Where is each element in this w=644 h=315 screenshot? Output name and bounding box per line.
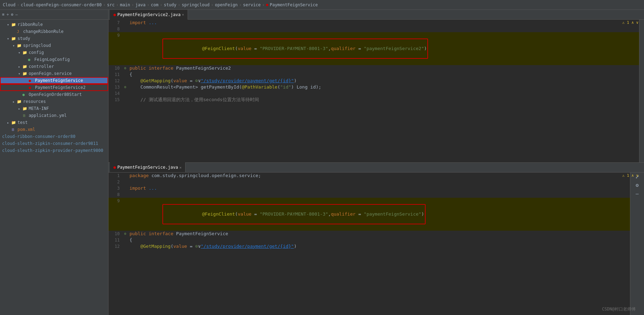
warning-indicator-top[interactable]: ⚠ 1 ∧ ∨ [622, 20, 638, 25]
code-line-1b: 1 package com.study.springcloud.openfeig… [108, 173, 644, 179]
code-line-12b: 12 @GetMapping(value = ⊙∨"/study/provide… [108, 243, 644, 250]
code-line-13a: 13 ⚙ CommonResult<Payment> getPaymentByI… [108, 84, 644, 90]
java-icon: J [17, 29, 22, 34]
sidebar: ≡ ÷ ⚙ — ▾ 📁 ribbonRule J changeRibbonRul… [0, 10, 108, 315]
breadcrumb-cloud[interactable]: Cloud [3, 2, 15, 7]
toolbar-icon-menu[interactable]: ≡ [2, 12, 5, 17]
watermark: CSDN@村口老师傅 [602, 306, 636, 312]
code-line-7: 7 import ... [108, 20, 644, 26]
code-line-14a: 14 [108, 90, 644, 97]
tree-item-pom[interactable]: 🗎 pom.xml [0, 126, 108, 133]
code-panel-top: ⚠ 1 ∧ ∨ 7 import ... 8 9 [108, 20, 644, 162]
project-ribbon[interactable]: cloud-ribbon-consumer-order80 [0, 133, 108, 140]
tree-item-resources[interactable]: ▸ 📁 resources [0, 98, 108, 105]
java-green-icon2: ● [22, 92, 28, 97]
folder-icon: 📁 [11, 22, 17, 27]
bc-com[interactable]: com [151, 2, 159, 7]
folder-icon: 📁 [22, 50, 28, 55]
tree-item-config[interactable]: ▾ 📁 config [0, 49, 108, 56]
editor-bottom: ● PaymentFeignService.java ✕ ⚠ 1 ∧ ∨ 1 p… [108, 163, 644, 315]
tree-item-META-INF[interactable]: ▸ 📁 META-INF [0, 105, 108, 112]
sep1: › [17, 2, 19, 7]
sidebar-content: ▾ 📁 ribbonRule J changeRibbonRule ▾ 📁 st… [0, 20, 108, 315]
tab-close-btn[interactable]: ✕ [182, 13, 184, 16]
code-line-8a: 8 [108, 26, 644, 32]
tree-item-controller[interactable]: ▸ 📁 controller [0, 63, 108, 70]
tab-PaymentFeignService[interactable]: ● PaymentFeignService.java ✕ [110, 162, 186, 172]
tree-item-PaymentFeignService[interactable]: ● PaymentFeignService [0, 77, 108, 84]
folder-icon: 📁 [11, 120, 17, 125]
xml-icon: 🗎 [11, 127, 17, 132]
tab-icon-red2: ● [113, 165, 116, 170]
tree-item-FeignLogConfig[interactable]: ● FeignLogConfig [0, 56, 108, 63]
tree-item-test[interactable]: ▸ 📁 test [0, 119, 108, 126]
toolbar-icon-settings[interactable]: ⚙ [11, 12, 13, 17]
right-icons-panel: ⤢ ⚙ — [630, 173, 644, 315]
tab-bar-bottom: ● PaymentFeignService.java ✕ [108, 163, 644, 173]
folder-icon: 📁 [17, 43, 22, 48]
project-sleuth-consumer[interactable]: cloud-sleuth-zipkin-consumer-order9811 [0, 140, 108, 147]
scrollbar-right-top[interactable] [639, 20, 644, 162]
tree-item-changeRibbonRule[interactable]: J changeRibbonRule [0, 28, 108, 35]
sep2: › [103, 2, 106, 7]
bc-service[interactable]: service [243, 2, 261, 7]
project-sleuth-provider[interactable]: cloud-sleuth-zipkin-provider-payment9800 [0, 147, 108, 154]
folder-icon: 📁 [22, 106, 28, 111]
tree-item-application-yml[interactable]: 🗎 application.yml [0, 112, 108, 119]
editor-area: ● PaymentFeignService2.java ✕ ⚠ 1 ∧ ∨ 7 … [108, 10, 644, 315]
toolbar-icon-split[interactable]: ÷ [7, 12, 9, 17]
code-line-8b: 8 [108, 191, 644, 198]
main-layout: ≡ ÷ ⚙ — ▾ 📁 ribbonRule J changeRibbonRul… [0, 10, 644, 315]
tree-item-study[interactable]: ▾ 📁 study [0, 35, 108, 42]
tree-item-openfeign-service[interactable]: ▾ 📁 openFeign.service [0, 70, 108, 77]
right-icon-minus[interactable]: — [636, 191, 638, 196]
code-line-11a: 11 { [108, 71, 644, 78]
bc-src[interactable]: src [107, 2, 115, 7]
tree-item-springcloud[interactable]: ▾ 📁 springcloud [0, 42, 108, 49]
bc-openfeign[interactable]: openFeign [215, 2, 238, 7]
code-panel-bottom: ⚠ 1 ∧ ∨ 1 package com.study.springcloud.… [108, 173, 644, 315]
tab-close-btn2[interactable]: ✕ [180, 166, 182, 169]
code-line-9b: 9 @FeignClient(value = "PROVIDER-PAYMENT… [108, 198, 644, 231]
right-icon-settings[interactable]: ⚙ [636, 182, 638, 188]
code-line-12a: 12 @GetMapping(value = ⊙∨"/study/provide… [108, 78, 644, 84]
tree-item-ribbonRule[interactable]: ▾ 📁 ribbonRule [0, 21, 108, 28]
folder-icon: 📁 [22, 71, 28, 76]
tree-item-OpenFeignOrder80Start[interactable]: ● OpenFeignOrder80Start [0, 91, 108, 98]
bc-springcloud[interactable]: springcloud [182, 2, 209, 7]
java-green-icon: ● [28, 57, 34, 62]
code-line-15a: 15 // 测试通用回退的方法，使用seconds位置方法等待时间 [108, 97, 644, 103]
bc-main[interactable]: main [120, 2, 130, 7]
bc-study[interactable]: study [164, 2, 176, 7]
code-line-2b: 2 [108, 179, 644, 185]
java-red-icon2: ● [29, 85, 34, 90]
tree-item-PaymentFeignService2[interactable]: ● PaymentFeignService2 [0, 84, 108, 91]
yml-icon: 🗎 [22, 113, 28, 118]
folder-icon: 📁 [22, 64, 28, 69]
code-line-11b: 11 { [108, 237, 644, 243]
bc-class[interactable]: PaymentFeignService [270, 2, 318, 7]
code-line-10b: 10 ⚙ public interface PaymentFeignServic… [108, 231, 644, 237]
folder-icon: 📁 [17, 99, 22, 104]
breadcrumb-project[interactable]: cloud-openFeign-consumer-order80 [21, 2, 102, 7]
tab-icon-red: ● [113, 12, 116, 17]
editor-top: ● PaymentFeignService2.java ✕ ⚠ 1 ∧ ∨ 7 … [108, 10, 644, 163]
code-line-10a: 10 ⚙ public interface PaymentFeignServic… [108, 65, 644, 71]
warning-indicator-bottom[interactable]: ⚠ 1 ∧ ∨ [622, 173, 638, 178]
folder-icon: 📁 [11, 36, 17, 41]
tab-PaymentFeignService2[interactable]: ● PaymentFeignService2.java ✕ [110, 10, 188, 20]
java-red-icon: ● [29, 78, 34, 83]
code-line-3b: 3 import ... [108, 185, 644, 191]
bc-service-icon: ● [266, 2, 268, 7]
breadcrumb-bar: Cloud › cloud-openFeign-consumer-order80… [0, 0, 644, 10]
toolbar-icon-collapse[interactable]: — [15, 12, 18, 17]
sidebar-toolbar: ≡ ÷ ⚙ — [0, 10, 108, 20]
tab-bar-top: ● PaymentFeignService2.java ✕ [108, 10, 644, 20]
bc-java[interactable]: java [135, 2, 146, 7]
code-line-9a: 9 @FeignClient(value = "PROVIDER-PAYMENT… [108, 32, 644, 65]
